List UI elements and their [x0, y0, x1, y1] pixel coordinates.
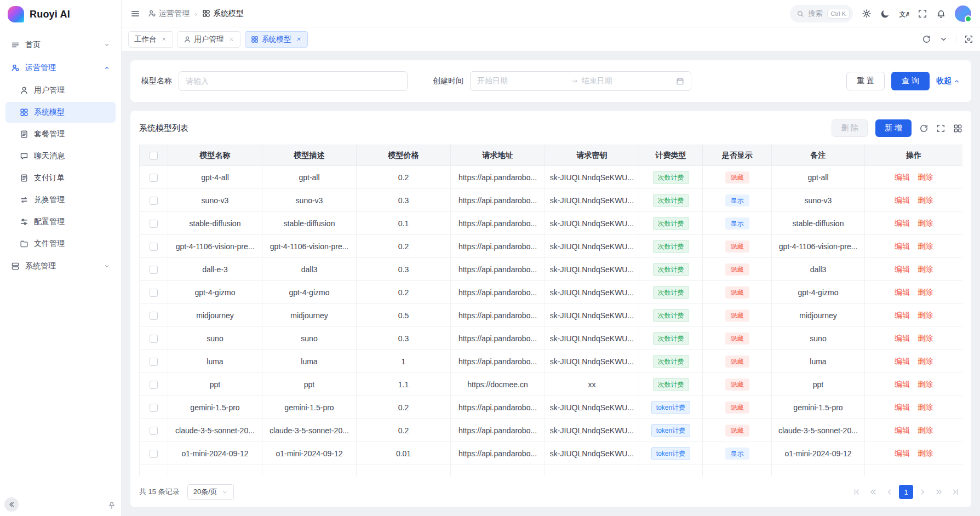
select-all-checkbox[interactable] [150, 152, 158, 160]
edit-link[interactable]: 编辑 [895, 196, 910, 204]
date-range-picker[interactable]: 开始日期 结束日期 [470, 71, 691, 91]
gear-icon[interactable] [862, 9, 872, 19]
edit-link[interactable]: 编辑 [895, 311, 910, 319]
sidebar-item-exchange-manage[interactable]: 兑换管理 [5, 190, 116, 210]
delete-link[interactable]: 删除 [918, 357, 933, 365]
close-icon[interactable] [228, 36, 234, 42]
delete-link[interactable]: 删除 [918, 196, 933, 204]
collapse-filter-link[interactable]: 收起 [936, 76, 960, 86]
delete-link[interactable]: 删除 [918, 334, 933, 342]
table-fullscreen-icon[interactable] [936, 124, 945, 133]
row-checkbox[interactable] [150, 289, 158, 297]
delete-link[interactable]: 删除 [918, 219, 933, 227]
sidebar-item-config-manage[interactable]: 配置管理 [5, 211, 116, 232]
sidebar-item-file-manage[interactable]: 文件管理 [5, 233, 116, 254]
query-button[interactable]: 查 询 [891, 72, 930, 90]
edit-link[interactable]: 编辑 [895, 403, 910, 411]
edit-link[interactable]: 编辑 [895, 265, 910, 273]
cell-model-price: 0.01 [357, 442, 451, 465]
sidebar-item-operations[interactable]: 运营管理 [5, 57, 116, 79]
batch-delete-button[interactable]: 删 除 [832, 119, 868, 137]
close-icon[interactable] [296, 36, 302, 42]
page-1-button[interactable]: 1 [899, 485, 913, 499]
tab-user-manage[interactable]: 用户管理 [177, 31, 240, 48]
cell-billing-type: 次数计费 [639, 373, 703, 396]
row-checkbox[interactable] [150, 243, 158, 251]
billing-type-badge: 次数计费 [653, 378, 689, 391]
pin-icon[interactable] [105, 499, 118, 512]
prev-5-pages-button[interactable] [866, 485, 880, 499]
breadcrumb-item[interactable]: 运营管理 [148, 9, 190, 19]
notifications-icon[interactable] [936, 9, 946, 19]
breadcrumb-item[interactable]: 系统模型 [202, 9, 244, 19]
edit-link[interactable]: 编辑 [895, 173, 910, 181]
delete-link[interactable]: 删除 [918, 311, 933, 319]
row-checkbox[interactable] [150, 220, 158, 228]
delete-link[interactable]: 删除 [918, 380, 933, 388]
next-page-button[interactable] [915, 485, 930, 499]
last-page-button[interactable] [948, 485, 962, 499]
row-checkbox[interactable] [150, 335, 158, 343]
row-checkbox[interactable] [150, 427, 158, 435]
edit-link[interactable]: 编辑 [895, 242, 910, 250]
column-header: 请求地址 [451, 145, 545, 166]
next-5-pages-button[interactable] [932, 485, 946, 499]
sidebar-collapse-button[interactable] [4, 497, 19, 512]
table-title: 系统模型列表 [139, 123, 188, 134]
sidebar-item-package-manage[interactable]: 套餐管理 [5, 124, 116, 145]
hamburger-icon[interactable] [130, 9, 140, 19]
row-checkbox[interactable] [150, 197, 158, 205]
sidebar-item-home[interactable]: 首页 [5, 34, 116, 56]
row-checkbox[interactable] [150, 381, 158, 389]
delete-link[interactable]: 删除 [918, 403, 933, 411]
user-avatar[interactable] [955, 5, 971, 22]
sidebar-item-chat-message[interactable]: 聊天消息 [5, 146, 116, 167]
row-checkbox[interactable] [150, 404, 158, 412]
language-icon[interactable]: 文A [899, 9, 909, 19]
dark-mode-icon[interactable] [880, 9, 890, 19]
edit-link[interactable]: 编辑 [895, 334, 910, 342]
edit-link[interactable]: 编辑 [895, 288, 910, 296]
tab-system-model[interactable]: 系统模型 [245, 31, 308, 48]
brand[interactable]: Ruoyi AI [0, 0, 121, 28]
tab-refresh-icon[interactable] [922, 35, 931, 44]
delete-link[interactable]: 删除 [918, 449, 933, 457]
row-checkbox[interactable] [150, 312, 158, 320]
close-icon[interactable] [161, 36, 167, 42]
sidebar-item-pay-order[interactable]: 支付订单 [5, 168, 116, 188]
top-header: 运营管理系统模型 搜索 Ctrl K 文A [122, 0, 980, 27]
edit-link[interactable]: 编辑 [895, 426, 910, 434]
model-name-input[interactable] [179, 71, 408, 91]
delete-link[interactable]: 删除 [918, 173, 933, 181]
delete-link[interactable]: 删除 [918, 288, 933, 296]
tab-menu-icon[interactable] [939, 35, 948, 44]
reset-button[interactable]: 重 置 [846, 72, 885, 90]
delete-link[interactable]: 删除 [918, 265, 933, 273]
delete-link[interactable]: 删除 [918, 242, 933, 250]
edit-link[interactable]: 编辑 [895, 357, 910, 365]
column-settings-icon[interactable] [953, 124, 962, 133]
edit-link[interactable]: 编辑 [895, 380, 910, 388]
row-checkbox[interactable] [150, 450, 158, 458]
cell-request-key: sk-JIUQLNndqSeKWU... [545, 212, 639, 235]
sidebar-item-system-model[interactable]: 系统模型 [5, 102, 116, 123]
row-checkbox[interactable] [150, 358, 158, 366]
page-size-select[interactable]: 20条/页 [187, 484, 234, 500]
table-refresh-icon[interactable] [919, 124, 929, 133]
chevron-up-icon [953, 78, 960, 85]
cell-model-name: dall-e-3 [168, 258, 262, 281]
edit-link[interactable]: 编辑 [895, 449, 910, 457]
global-search[interactable]: 搜索 Ctrl K [790, 5, 853, 22]
fullscreen-icon[interactable] [918, 9, 927, 19]
delete-link[interactable]: 删除 [918, 426, 933, 434]
first-page-button[interactable] [850, 485, 864, 499]
tab-workbench[interactable]: 工作台 [128, 31, 173, 48]
sidebar-item-system-manage[interactable]: 系统管理 [5, 255, 116, 277]
row-checkbox[interactable] [150, 266, 158, 274]
content-fullscreen-icon[interactable] [964, 35, 973, 44]
add-button[interactable]: 新 增 [875, 119, 912, 137]
edit-link[interactable]: 编辑 [895, 219, 910, 227]
row-checkbox[interactable] [150, 174, 158, 182]
sidebar-item-user-manage[interactable]: 用户管理 [5, 80, 116, 101]
prev-page-button[interactable] [882, 485, 897, 499]
